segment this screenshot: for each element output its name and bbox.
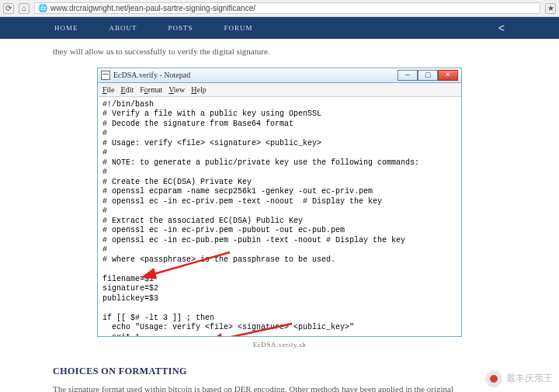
article-body: they will allow us to successfully to ve…	[0, 39, 559, 392]
minimize-button[interactable]: ─	[398, 70, 418, 81]
watermark-text: 最丰庆亲王	[506, 373, 553, 383]
menu-view[interactable]: View	[168, 84, 185, 95]
site-nav: HOME ABOUT POSTS FORUM <	[0, 17, 559, 39]
menu-file[interactable]: File	[102, 84, 115, 95]
section-paragraph: The signature format used within bitcoin…	[53, 383, 506, 392]
notepad-content: #!/bin/bash # Verify a file with a publi…	[98, 97, 461, 336]
watermark: 最丰庆亲王	[485, 370, 553, 387]
nav-forum[interactable]: FORUM	[224, 24, 253, 32]
window-buttons: ─ ▢ ✕	[398, 70, 458, 81]
home-button[interactable]: ⌂	[19, 3, 30, 14]
svg-line-0	[154, 252, 230, 274]
menu-help[interactable]: Help	[191, 84, 206, 95]
bookmark-button[interactable]: ★	[545, 3, 556, 14]
section-heading: CHOICES ON FORMATTING	[53, 364, 506, 378]
notepad-titlebar: EcDSA.verify - Notepad ─ ▢ ✕	[97, 68, 462, 83]
intro-paragraph: they will allow us to successfully to ve…	[53, 45, 506, 58]
figure-caption: EcDSA.verify.sh	[97, 340, 462, 351]
menu-format[interactable]: Format	[140, 84, 162, 95]
globe-icon: 🌐	[38, 4, 47, 12]
close-button[interactable]: ✕	[438, 70, 458, 81]
maximize-button[interactable]: ▢	[418, 70, 438, 81]
browser-toolbar: ⟳ ⌂ 🌐 www.drcraigwright.net/jean-paul-sa…	[0, 0, 559, 17]
notepad-screenshot: EcDSA.verify - Notepad ─ ▢ ✕ File Edit F…	[97, 68, 462, 351]
notepad-app-icon	[101, 71, 110, 80]
nav-about[interactable]: ABOUT	[109, 24, 137, 32]
reload-button[interactable]: ⟳	[3, 3, 14, 14]
notepad-menubar: File Edit Format View Help	[98, 83, 461, 97]
menu-edit[interactable]: Edit	[121, 84, 134, 95]
share-icon[interactable]: <	[498, 22, 505, 34]
svg-line-1	[220, 324, 292, 336]
watermark-logo-icon	[485, 370, 502, 387]
nav-posts[interactable]: POSTS	[168, 24, 193, 32]
url-text: www.drcraigwright.net/jean-paul-sartre-s…	[50, 4, 255, 12]
notepad-title-text: EcDSA.verify - Notepad	[113, 69, 394, 81]
annotation-arrows	[98, 97, 461, 336]
address-bar[interactable]: 🌐 www.drcraigwright.net/jean-paul-sartre…	[34, 2, 540, 14]
nav-home[interactable]: HOME	[54, 24, 78, 32]
